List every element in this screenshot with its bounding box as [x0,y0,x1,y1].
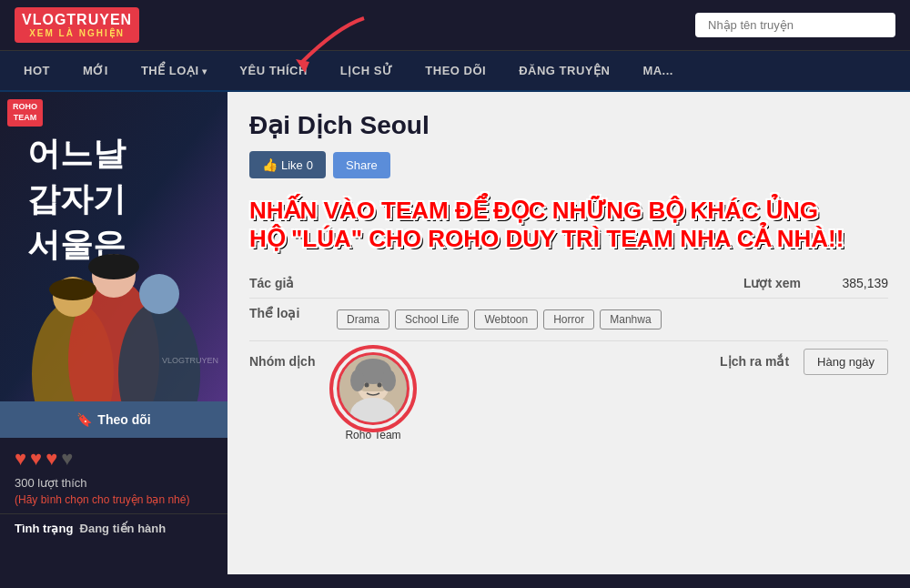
nav-moi[interactable]: MỚI [66,51,125,90]
action-buttons: 👍 Like 0 Share [249,151,888,178]
author-row: Tác giả Lượt xem 385,139 [249,269,888,299]
likes-prompt: (Hãy bình chọn cho truyện bạn nhé) [0,492,228,513]
genre-label: Thể loại [249,306,322,320]
likes-count: 300 lượt thích [0,474,228,492]
follow-label: Theo dõi [97,412,150,427]
share-button[interactable]: Share [333,152,390,178]
logo-top-text: VLOGTRUYEN [22,11,132,28]
status-label: Tình trạng [15,522,73,535]
author-label: Tác giả [249,276,322,290]
status-row: Tình trạng Đang tiến hành [0,513,228,542]
search-box[interactable] [695,13,895,37]
right-panel: Đại Dịch Seoul 👍 Like 0 Share NHẤN VÀO T… [228,92,910,574]
svg-point-20 [378,382,382,387]
genre-row: Thể loại Drama School Life Webtoon Horro… [249,299,888,341]
heart-3[interactable]: ♥ [46,447,57,471]
cover-svg: 어느날 갑자기 서울은 [0,92,228,401]
svg-point-17 [350,370,365,391]
svg-point-19 [365,382,369,387]
promo-text: NHẤN VÀO TEAM ĐỂ ĐỌC NHỮNG BỘ KHÁC ỦNG H… [249,197,888,253]
like-button[interactable]: 👍 Like 0 [249,151,326,178]
svg-point-10 [88,254,139,279]
thumbs-up-icon: 👍 [262,157,278,172]
tag-horror[interactable]: Horror [543,309,594,329]
manga-title: Đại Dịch Seoul [249,110,888,140]
like-label: Like [281,158,303,172]
nav-dang-truyen[interactable]: ĐĂNG TRUYỆN [502,51,626,90]
cover-watermark: VLOGTRUYEN [162,356,218,365]
manga-cover: ROHO TEAM 어느날 갑자기 [0,92,228,401]
daily-button[interactable]: Hàng ngày [804,349,888,375]
hearts-row: ♥ ♥ ♥ ♥ [0,438,228,474]
tag-webtoon[interactable]: Webtoon [474,309,538,329]
promo-line-2: HỘ "LÚA" CHO ROHO DUY TRÌ TEAM NHA CẢ NH… [249,225,888,253]
logo-area: VLOGTRUYEN XEM LÀ NGHIỆN [15,7,139,43]
nav-yeu-thich[interactable]: YÊU THÍCH [223,51,324,90]
heart-1[interactable]: ♥ [15,447,26,471]
search-input[interactable] [695,13,895,37]
svg-text:갑자기: 갑자기 [27,180,126,218]
main-content: ROHO TEAM 어느날 갑자기 [0,92,910,574]
nav-theo-doi[interactable]: THEO DÕI [409,51,502,90]
header: VLOGTRUYEN XEM LÀ NGHIỆN [0,0,910,51]
svg-point-9 [139,274,179,314]
main-nav: HOT MỚI THỂ LOẠI YÊU THÍCH LỊCH SỬ THEO … [0,51,910,92]
svg-text:어느날: 어느날 [27,135,126,172]
heart-4[interactable]: ♥ [61,447,73,471]
genre-tags: Drama School Life Webtoon Horror Manhwa [337,306,888,333]
status-value: Đang tiến hành [80,522,167,535]
promo-line-1: NHẤN VÀO TEAM ĐỂ ĐỌC NHỮNG BỘ KHÁC ỦNG [249,197,888,225]
group-avatar [337,352,410,425]
svg-point-11 [49,279,96,300]
group-content: Roho Team [337,349,683,441]
logo-bottom-text: XEM LÀ NGHIỆN [22,28,132,39]
release-value: Hàng ngày [804,349,888,375]
tag-school[interactable]: School Life [395,309,469,329]
heart-2[interactable]: ♥ [30,447,42,471]
left-panel: ROHO TEAM 어느날 갑자기 [0,92,228,574]
site-logo[interactable]: VLOGTRUYEN XEM LÀ NGHIỆN [15,7,139,43]
views-label: Lượt xem [710,276,801,290]
avatar-svg [339,355,407,422]
group-name: Roho Team [337,429,410,441]
nav-lich-su[interactable]: LỊCH SỬ [324,51,410,90]
cover-badge: ROHO TEAM [7,99,43,126]
group-row: Nhóm dịch [249,341,888,449]
views-value: 385,139 [815,276,888,290]
bookmark-icon: 🔖 [76,412,92,427]
svg-point-18 [381,370,396,391]
nav-the-loai[interactable]: THỂ LOẠI [125,51,223,90]
group-avatar-section[interactable]: Roho Team [337,352,410,441]
tag-manhwa[interactable]: Manhwa [600,309,661,329]
nav-ma[interactable]: MA... [626,51,690,90]
release-label: Lịch ra mắt [698,349,789,369]
tag-drama[interactable]: Drama [337,309,389,329]
like-count: 0 [307,158,313,172]
nav-hot[interactable]: HOT [7,51,66,90]
cover-art: ROHO TEAM 어느날 갑자기 [0,92,228,401]
group-label: Nhóm dịch [249,349,322,369]
follow-button[interactable]: 🔖 Theo dõi [0,401,228,438]
